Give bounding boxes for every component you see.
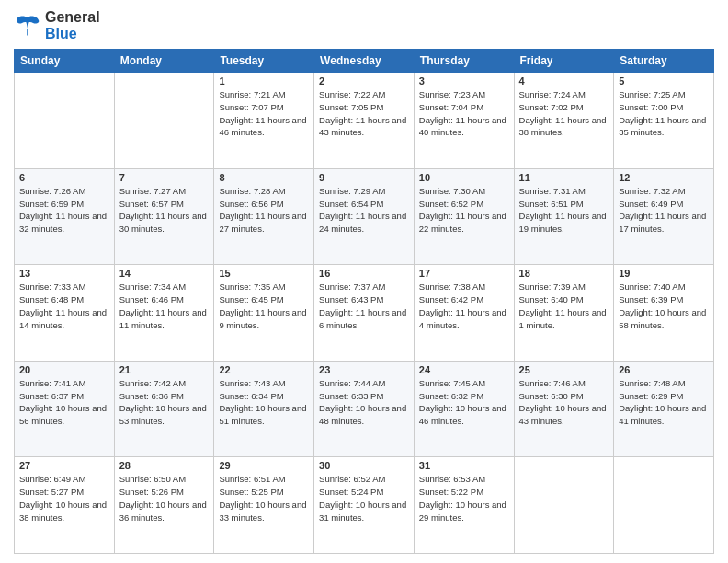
calendar-cell: 28 Sunrise: 6:50 AM Sunset: 5:26 PM Dayl… (114, 457, 214, 554)
sunset-text: Sunset: 5:24 PM (319, 486, 409, 499)
day-number: 13 (19, 268, 109, 279)
sunrise-text: Sunrise: 7:33 AM (19, 281, 109, 293)
weekday-header: Thursday (414, 50, 514, 73)
sunrise-text: Sunrise: 7:40 AM (619, 281, 709, 293)
sunrise-text: Sunrise: 7:29 AM (319, 185, 409, 198)
day-info: Sunrise: 7:48 AM Sunset: 6:29 PM Dayligh… (619, 377, 709, 428)
day-number: 15 (219, 268, 309, 279)
sunset-text: Sunset: 6:34 PM (219, 390, 309, 403)
sunset-text: Sunset: 5:26 PM (119, 486, 210, 499)
daylight-text: Daylight: 11 hours and 27 minutes. (219, 210, 309, 236)
day-info: Sunrise: 7:32 AM Sunset: 6:49 PM Dayligh… (619, 185, 709, 236)
day-number: 4 (519, 75, 609, 86)
day-info: Sunrise: 7:28 AM Sunset: 6:56 PM Dayligh… (219, 185, 309, 236)
sunset-text: Sunset: 6:52 PM (419, 198, 509, 211)
calendar-cell: 17 Sunrise: 7:38 AM Sunset: 6:42 PM Dayl… (414, 265, 514, 362)
day-number: 30 (319, 460, 409, 471)
sunset-text: Sunset: 6:42 PM (419, 293, 509, 306)
weekday-header: Friday (514, 50, 614, 73)
daylight-text: Daylight: 11 hours and 9 minutes. (219, 306, 309, 332)
daylight-text: Daylight: 10 hours and 36 minutes. (119, 499, 210, 524)
calendar-cell: 2 Sunrise: 7:22 AM Sunset: 7:05 PM Dayli… (314, 73, 415, 169)
daylight-text: Daylight: 10 hours and 29 minutes. (419, 499, 509, 524)
daylight-text: Daylight: 10 hours and 56 minutes. (19, 402, 109, 428)
sunrise-text: Sunrise: 7:48 AM (619, 377, 709, 390)
weekday-header: Monday (114, 50, 214, 73)
daylight-text: Daylight: 11 hours and 38 minutes. (519, 114, 609, 140)
day-info: Sunrise: 7:35 AM Sunset: 6:45 PM Dayligh… (219, 281, 309, 331)
day-number: 7 (119, 172, 210, 183)
day-info: Sunrise: 7:43 AM Sunset: 6:34 PM Dayligh… (219, 377, 309, 428)
calendar-cell: 30 Sunrise: 6:52 AM Sunset: 5:24 PM Dayl… (314, 457, 415, 554)
sunset-text: Sunset: 7:04 PM (419, 101, 509, 114)
daylight-text: Daylight: 11 hours and 14 minutes. (19, 306, 109, 332)
sunrise-text: Sunrise: 6:53 AM (419, 473, 509, 486)
day-info: Sunrise: 7:21 AM Sunset: 7:07 PM Dayligh… (219, 88, 309, 139)
day-info: Sunrise: 6:49 AM Sunset: 5:27 PM Dayligh… (19, 473, 109, 523)
day-info: Sunrise: 7:40 AM Sunset: 6:39 PM Dayligh… (619, 281, 709, 331)
daylight-text: Daylight: 11 hours and 22 minutes. (419, 210, 509, 236)
calendar-table: SundayMondayTuesdayWednesdayThursdayFrid… (14, 49, 714, 554)
daylight-text: Daylight: 11 hours and 4 minutes. (419, 306, 509, 332)
weekday-header: Tuesday (214, 50, 314, 73)
day-info: Sunrise: 6:51 AM Sunset: 5:25 PM Dayligh… (219, 473, 309, 523)
daylight-text: Daylight: 10 hours and 43 minutes. (519, 402, 609, 428)
calendar-cell: 26 Sunrise: 7:48 AM Sunset: 6:29 PM Dayl… (614, 361, 714, 457)
sunset-text: Sunset: 5:22 PM (419, 486, 509, 499)
daylight-text: Daylight: 10 hours and 53 minutes. (119, 402, 210, 428)
calendar-cell: 14 Sunrise: 7:34 AM Sunset: 6:46 PM Dayl… (114, 265, 214, 362)
calendar-cell: 27 Sunrise: 6:49 AM Sunset: 5:27 PM Dayl… (15, 457, 115, 554)
day-number: 10 (419, 172, 509, 183)
calendar-cell: 5 Sunrise: 7:25 AM Sunset: 7:00 PM Dayli… (614, 73, 714, 169)
sunrise-text: Sunrise: 7:45 AM (419, 377, 509, 390)
sunrise-text: Sunrise: 6:52 AM (319, 473, 409, 486)
day-info: Sunrise: 7:38 AM Sunset: 6:42 PM Dayligh… (419, 281, 509, 331)
daylight-text: Daylight: 11 hours and 32 minutes. (19, 210, 109, 236)
daylight-text: Daylight: 11 hours and 35 minutes. (619, 114, 709, 140)
sunrise-text: Sunrise: 7:23 AM (419, 88, 509, 101)
daylight-text: Daylight: 10 hours and 48 minutes. (319, 402, 409, 428)
day-number: 23 (319, 364, 409, 375)
calendar-cell: 13 Sunrise: 7:33 AM Sunset: 6:48 PM Dayl… (15, 265, 115, 362)
day-number: 19 (619, 268, 709, 279)
sunrise-text: Sunrise: 7:42 AM (119, 377, 210, 390)
calendar-cell: 4 Sunrise: 7:24 AM Sunset: 7:02 PM Dayli… (514, 73, 614, 169)
calendar-cell (514, 457, 614, 554)
sunset-text: Sunset: 6:59 PM (19, 198, 109, 211)
header: GeneralBlue (14, 9, 714, 41)
day-info: Sunrise: 7:31 AM Sunset: 6:51 PM Dayligh… (519, 185, 609, 236)
daylight-text: Daylight: 11 hours and 43 minutes. (319, 114, 409, 140)
calendar-week-row: 1 Sunrise: 7:21 AM Sunset: 7:07 PM Dayli… (15, 73, 714, 169)
day-number: 2 (319, 75, 409, 86)
day-info: Sunrise: 6:52 AM Sunset: 5:24 PM Dayligh… (319, 473, 409, 523)
daylight-text: Daylight: 11 hours and 6 minutes. (319, 306, 409, 332)
calendar-cell: 23 Sunrise: 7:44 AM Sunset: 6:33 PM Dayl… (314, 361, 415, 457)
logo: GeneralBlue (14, 9, 100, 41)
sunset-text: Sunset: 6:54 PM (319, 198, 409, 211)
weekday-header: Saturday (614, 50, 714, 73)
calendar-cell: 12 Sunrise: 7:32 AM Sunset: 6:49 PM Dayl… (614, 168, 714, 265)
sunset-text: Sunset: 6:40 PM (519, 293, 609, 306)
day-number: 24 (419, 364, 509, 375)
day-number: 21 (119, 364, 210, 375)
daylight-text: Daylight: 11 hours and 46 minutes. (219, 114, 309, 140)
sunset-text: Sunset: 7:00 PM (619, 101, 709, 114)
calendar-cell: 6 Sunrise: 7:26 AM Sunset: 6:59 PM Dayli… (15, 168, 115, 265)
sunrise-text: Sunrise: 7:26 AM (19, 185, 109, 198)
calendar-cell (15, 73, 115, 169)
day-number: 20 (19, 364, 109, 375)
sunset-text: Sunset: 7:02 PM (519, 101, 609, 114)
sunrise-text: Sunrise: 7:28 AM (219, 185, 309, 198)
sunset-text: Sunset: 6:51 PM (519, 198, 609, 211)
day-info: Sunrise: 7:34 AM Sunset: 6:46 PM Dayligh… (119, 281, 210, 331)
sunset-text: Sunset: 6:29 PM (619, 390, 709, 403)
calendar-cell: 3 Sunrise: 7:23 AM Sunset: 7:04 PM Dayli… (414, 73, 514, 169)
day-number: 5 (619, 75, 709, 86)
calendar-cell: 11 Sunrise: 7:31 AM Sunset: 6:51 PM Dayl… (514, 168, 614, 265)
day-number: 26 (619, 364, 709, 375)
sunrise-text: Sunrise: 7:44 AM (319, 377, 409, 390)
sunset-text: Sunset: 6:46 PM (119, 293, 210, 306)
day-info: Sunrise: 7:23 AM Sunset: 7:04 PM Dayligh… (419, 88, 509, 139)
sunset-text: Sunset: 6:45 PM (219, 293, 309, 306)
daylight-text: Daylight: 11 hours and 40 minutes. (419, 114, 509, 140)
